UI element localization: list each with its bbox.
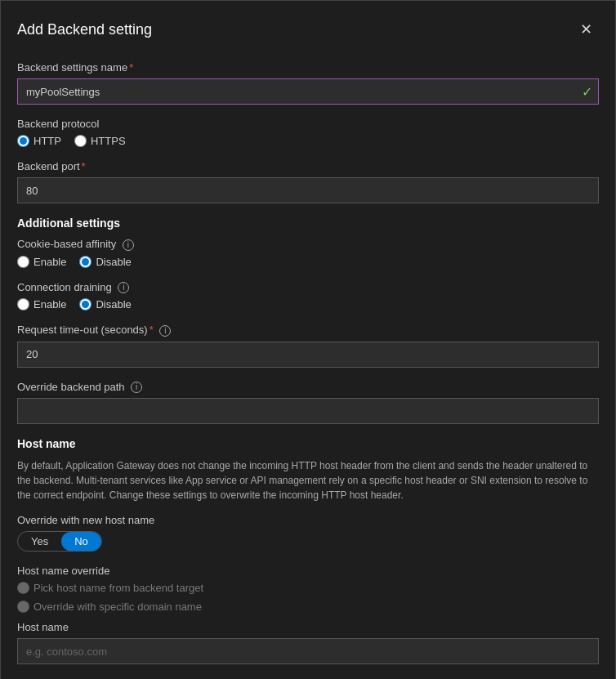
- override-host-name-label: Override with new host name: [17, 514, 599, 526]
- override-backend-path-label: Override backend path i: [17, 381, 599, 394]
- protocol-https-option[interactable]: HTTPS: [74, 135, 126, 147]
- override-host-name-toggle: Yes No: [17, 531, 102, 552]
- host-name-override-radio-group: Pick host name from backend target Overr…: [17, 582, 599, 613]
- pick-host-from-backend-option[interactable]: Pick host name from backend target: [17, 582, 203, 594]
- override-backend-path-info-icon[interactable]: i: [131, 382, 142, 393]
- cookie-affinity-radio-group: Enable Disable: [17, 256, 599, 268]
- backend-settings-name-group: Backend settings name* ✓: [17, 61, 599, 105]
- backend-settings-name-label: Backend settings name*: [17, 61, 599, 74]
- override-host-name-group: Override with new host name Yes No: [17, 514, 599, 552]
- backend-protocol-group: Backend protocol HTTP HTTPS: [17, 118, 599, 147]
- connection-draining-group: Connection draining i Enable Disable: [17, 281, 599, 311]
- host-name-description: By default, Application Gateway does not…: [17, 458, 599, 503]
- host-name-override-group: Host name override Pick host name from b…: [17, 565, 599, 613]
- cookie-affinity-info-icon[interactable]: i: [123, 239, 134, 251]
- host-name-override-label: Host name override: [17, 565, 599, 577]
- override-backend-path-input[interactable]: [17, 398, 599, 424]
- cookie-affinity-enable-option[interactable]: Enable: [17, 256, 66, 268]
- backend-protocol-radio-group: HTTP HTTPS: [17, 135, 599, 147]
- connection-draining-enable-option[interactable]: Enable: [17, 298, 66, 310]
- modal-header: Add Backend setting ✕: [17, 17, 599, 42]
- request-timeout-input[interactable]: [17, 342, 599, 368]
- toggle-yes-button[interactable]: Yes: [18, 532, 61, 551]
- request-timeout-label: Request time-out (seconds)* i: [17, 324, 599, 337]
- modal-title: Add Backend setting: [17, 21, 152, 38]
- host-name-section: Host name By default, Application Gatewa…: [17, 437, 599, 664]
- toggle-no-button[interactable]: No: [61, 532, 101, 551]
- additional-settings-title: Additional settings: [17, 217, 599, 230]
- host-name-title: Host name: [17, 437, 599, 450]
- host-name-field-input[interactable]: [17, 638, 599, 664]
- backend-protocol-label: Backend protocol: [17, 118, 599, 130]
- backend-settings-name-input[interactable]: [17, 78, 599, 105]
- host-name-field-group: Host name: [17, 621, 599, 664]
- backend-port-label: Backend port*: [17, 160, 599, 172]
- cookie-affinity-group: Cookie-based affinity i Enable Disable: [17, 238, 599, 268]
- override-backend-path-group: Override backend path i: [17, 381, 599, 425]
- connection-draining-radio-group: Enable Disable: [17, 298, 599, 310]
- override-specific-domain-option[interactable]: Override with specific domain name: [17, 601, 202, 613]
- host-name-field-label: Host name: [17, 621, 599, 633]
- request-timeout-info-icon[interactable]: i: [159, 325, 171, 337]
- connection-draining-disable-option[interactable]: Disable: [79, 298, 131, 310]
- checkmark-icon: ✓: [582, 84, 592, 100]
- request-timeout-group: Request time-out (seconds)* i: [17, 324, 599, 368]
- add-backend-setting-modal: Add Backend setting ✕ Backend settings n…: [0, 0, 616, 679]
- connection-draining-info-icon[interactable]: i: [118, 282, 129, 293]
- cookie-affinity-disable-option[interactable]: Disable: [79, 256, 131, 268]
- cookie-affinity-label: Cookie-based affinity i: [17, 238, 599, 251]
- protocol-http-option[interactable]: HTTP: [17, 135, 61, 147]
- additional-settings-section: Additional settings Cookie-based affinit…: [17, 217, 599, 424]
- close-button[interactable]: ✕: [574, 17, 599, 42]
- backend-port-group: Backend port*: [17, 160, 599, 203]
- connection-draining-label: Connection draining i: [17, 281, 599, 294]
- backend-port-input[interactable]: [17, 177, 599, 203]
